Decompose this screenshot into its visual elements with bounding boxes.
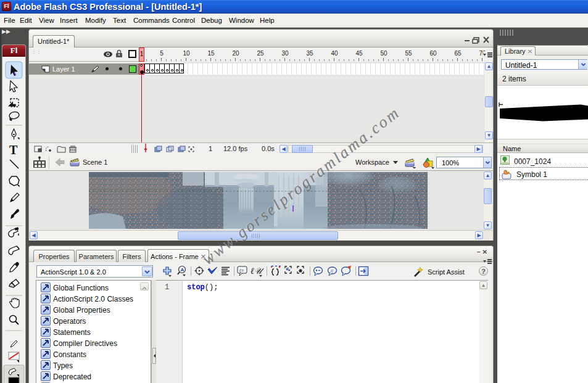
svg-text:(=: (= bbox=[239, 268, 244, 273]
svg-text:T: T bbox=[9, 143, 18, 157]
svg-text://: // bbox=[331, 268, 334, 274]
svg-text:A: A bbox=[181, 267, 184, 273]
svg-text:ℓ𝒰: ℓ𝒰 bbox=[251, 266, 265, 276]
